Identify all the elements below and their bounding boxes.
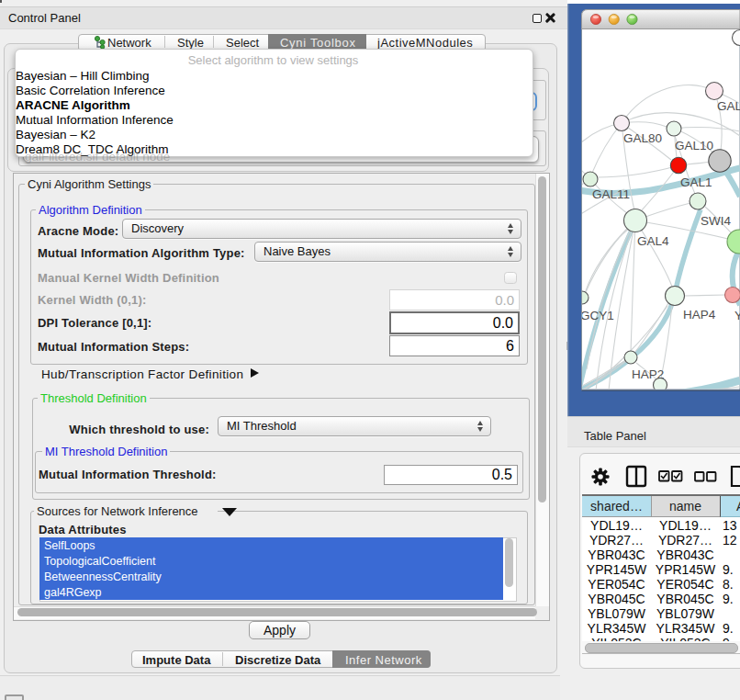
svg-text:HAP4: HAP4 — [683, 308, 716, 322]
svg-text:Y: Y — [734, 309, 740, 322]
svg-text:GAL1: GAL1 — [680, 175, 712, 189]
svg-text:HAP2: HAP2 — [632, 367, 664, 381]
svg-text:GAL10: GAL10 — [675, 139, 713, 152]
svg-text:GCY1: GCY1 — [580, 309, 614, 322]
svg-text:SWI4: SWI4 — [701, 214, 731, 228]
svg-text:GAL11: GAL11 — [592, 187, 630, 201]
svg-text:GAL80: GAL80 — [623, 131, 662, 145]
svg-text:GAL2: GAL2 — [717, 99, 740, 113]
svg-text:GAL4: GAL4 — [637, 234, 669, 248]
